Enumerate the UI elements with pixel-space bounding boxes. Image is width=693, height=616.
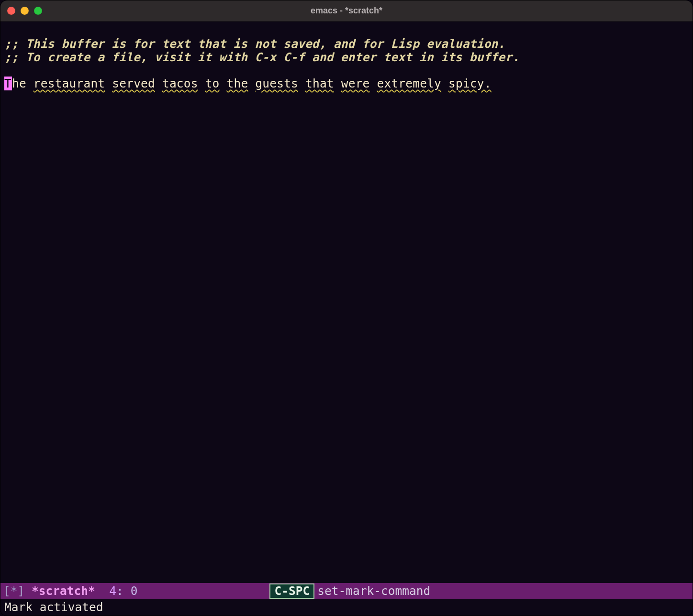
flyspell-word: extremely bbox=[377, 77, 442, 90]
emacs-window: emacs - *scratch* ;; This buffer is for … bbox=[0, 0, 693, 616]
titlebar: emacs - *scratch* bbox=[0, 0, 693, 22]
spacer bbox=[95, 584, 110, 597]
keycast-command: set-mark-command bbox=[317, 584, 430, 597]
flyspell-word: guests bbox=[255, 77, 298, 90]
modeline-colon: : bbox=[116, 584, 123, 597]
traffic-lights bbox=[7, 7, 42, 15]
echo-area: Mark activated bbox=[0, 599, 693, 616]
flyspell-word: that bbox=[305, 77, 334, 90]
modeline-line-number: 4 bbox=[109, 584, 116, 597]
flyspell-word: restaurant bbox=[34, 77, 105, 90]
close-icon[interactable] bbox=[7, 7, 15, 15]
flyspell-word: spicy. bbox=[448, 77, 492, 90]
modeline-bracket: ] bbox=[18, 584, 25, 597]
modeline-buffer-name[interactable]: *scratch* bbox=[32, 584, 95, 597]
flyspell-word: to bbox=[205, 77, 220, 90]
point-cursor: T bbox=[4, 77, 12, 90]
text-line: The restaurant served tacos to the guest… bbox=[4, 77, 492, 90]
keycast-key: C-SPC bbox=[269, 583, 314, 598]
buffer-area[interactable]: ;; This buffer is for text that is not s… bbox=[0, 22, 693, 583]
modeline-bracket: [ bbox=[3, 584, 11, 597]
comment-line: ;; This buffer is for text that is not s… bbox=[4, 37, 505, 51]
mode-line: [*] *scratch* 4: 0 C-SPC set-mark-comman… bbox=[0, 583, 693, 599]
flyspell-word: tacos bbox=[162, 77, 198, 90]
comment-line: ;; To create a file, visit it with C-x C… bbox=[4, 50, 519, 64]
zoom-icon[interactable] bbox=[34, 7, 42, 15]
echo-message: Mark activated bbox=[4, 601, 103, 614]
modeline-column-number: 0 bbox=[123, 584, 138, 597]
text-fragment: he bbox=[12, 77, 34, 90]
flyspell-word: the bbox=[227, 77, 248, 90]
window-title: emacs - *scratch* bbox=[0, 6, 693, 15]
modeline-modified-indicator: * bbox=[11, 584, 18, 597]
minimize-icon[interactable] bbox=[21, 7, 29, 15]
flyspell-word: were bbox=[341, 77, 370, 90]
flyspell-word: served bbox=[112, 77, 155, 90]
spacer bbox=[24, 584, 32, 597]
